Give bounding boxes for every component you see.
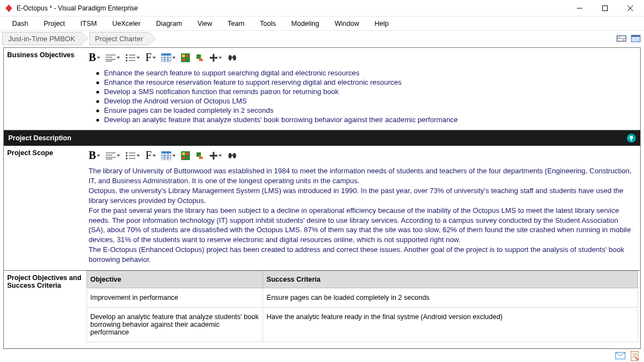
svg-point-44 [126, 155, 128, 156]
section-objectives-criteria: Project Objectives and Success Criteria … [4, 271, 640, 342]
table-row[interactable]: Improvement in performance Ensure pages … [87, 288, 638, 308]
menu-window[interactable]: Window [327, 18, 367, 30]
menu-team[interactable]: Team [220, 18, 253, 30]
add-button[interactable] [210, 54, 222, 62]
table-button[interactable] [161, 53, 176, 62]
objectives-table[interactable]: Objective Success Criteria Improvement i… [86, 271, 638, 342]
menu-dash[interactable]: Dash [4, 18, 36, 30]
list-item[interactable]: Ensure pages can be loaded completely in… [104, 106, 636, 115]
label-business-objectives: Business Objectives [4, 48, 86, 130]
find-button[interactable] [227, 151, 237, 160]
breadcrumb-item-charter[interactable]: Project Charter [89, 32, 149, 45]
rich-text-toolbar: B F [89, 148, 636, 166]
maximize-button[interactable] [592, 0, 618, 17]
svg-rect-30 [182, 58, 185, 61]
app-icon [4, 4, 13, 13]
menu-view[interactable]: View [190, 18, 220, 30]
svg-rect-29 [186, 54, 189, 57]
breadcrumb-item-pmbok[interactable]: Just-in-Time PMBOK [2, 32, 81, 45]
menu-modeling[interactable]: Modeling [283, 18, 327, 30]
svg-rect-22 [161, 53, 171, 56]
svg-rect-57 [182, 156, 185, 159]
bold-button[interactable]: B [89, 149, 100, 162]
statusbar [0, 349, 644, 362]
breadcrumb-bar: Just-in-Time PMBOK Project Charter [0, 31, 644, 46]
close-button[interactable] [618, 0, 643, 17]
menu-project[interactable]: Project [36, 18, 73, 30]
minimize-button[interactable] [567, 0, 592, 17]
svg-point-6 [619, 37, 620, 38]
cell-objective[interactable]: Improvement in performance [87, 288, 263, 308]
section-header-project-description: Project Description [4, 130, 640, 146]
svg-rect-35 [230, 57, 234, 58]
header-label: Project Description [8, 134, 72, 142]
content-panel[interactable]: Business Objectives B F Enhance the sear… [3, 47, 641, 349]
list-item[interactable]: Develop a SMS notification function that… [104, 87, 636, 96]
list-button[interactable] [125, 54, 140, 62]
svg-point-15 [126, 54, 128, 56]
col-criteria: Success Criteria [263, 271, 638, 288]
menubar: Dash Project ITSM UeXceler Diagram View … [0, 17, 644, 31]
section-project-scope: Project Scope B F The library of Univers… [4, 146, 640, 271]
list-item[interactable]: Develop an analytic feature that analyze… [104, 115, 636, 124]
business-objectives-list[interactable]: Enhance the search feature to support se… [89, 68, 636, 124]
paragraph[interactable]: For the past several years the library h… [89, 206, 636, 244]
svg-rect-49 [161, 151, 171, 153]
paragraph[interactable]: Octopus, the university's Library Manage… [89, 186, 636, 205]
cell-criteria[interactable]: Ensure pages can be loaded completely in… [263, 288, 638, 308]
table-row[interactable]: Develop an analytic feature that analyze… [87, 308, 638, 342]
project-scope-text[interactable]: The library of University of Buttonwood … [89, 166, 636, 264]
col-objective: Objective [87, 271, 263, 288]
svg-marker-10 [639, 35, 641, 36]
svg-point-7 [623, 40, 624, 41]
svg-rect-9 [631, 35, 640, 37]
cell-objective[interactable]: Develop an analytic feature that analyze… [87, 308, 263, 342]
table-button[interactable] [161, 151, 176, 160]
svg-rect-62 [230, 155, 234, 156]
list-button[interactable] [125, 152, 140, 160]
table-header-row: Objective Success Criteria [87, 271, 638, 288]
insert-image-button[interactable] [195, 53, 204, 62]
paragraph[interactable]: The E-Octopus (Enhanced Octopus) project… [89, 245, 636, 264]
window-controls [567, 0, 643, 17]
insert-image-button[interactable] [195, 151, 204, 160]
svg-point-19 [126, 59, 128, 61]
svg-point-46 [126, 157, 128, 159]
svg-rect-1 [603, 6, 608, 10]
find-button[interactable] [227, 53, 237, 62]
svg-rect-55 [182, 152, 185, 155]
menu-uexceler[interactable]: UeXceler [105, 18, 148, 30]
mail-icon[interactable] [615, 351, 625, 361]
menu-help[interactable]: Help [367, 18, 396, 30]
svg-rect-28 [182, 54, 185, 57]
rich-text-toolbar: B F [89, 50, 636, 68]
align-button[interactable] [106, 152, 120, 160]
label-objectives-criteria: Project Objectives and Success Criteria [4, 271, 86, 342]
menu-tools[interactable]: Tools [252, 18, 283, 30]
font-button[interactable]: F [145, 51, 156, 64]
paragraph[interactable]: The library of University of Buttonwood … [89, 166, 636, 185]
insert-model-button[interactable] [181, 151, 190, 160]
switch-view-icon[interactable] [615, 32, 627, 45]
insert-model-button[interactable] [181, 53, 190, 62]
switch-pane-icon[interactable] [630, 32, 642, 45]
document-icon[interactable] [630, 351, 640, 361]
bold-button[interactable]: B [89, 51, 100, 64]
list-item[interactable]: Enhance the resource reservation feature… [104, 78, 636, 87]
pin-icon[interactable] [627, 134, 636, 142]
label-project-scope: Project Scope [4, 146, 86, 270]
svg-point-17 [126, 57, 128, 58]
svg-rect-56 [186, 152, 189, 155]
align-button[interactable] [106, 54, 120, 62]
font-button[interactable]: F [145, 149, 156, 162]
window-title: E-Octopus * - Visual Paradigm Enterprise [17, 4, 567, 12]
cell-criteria[interactable]: Have the analytic feature ready in the f… [263, 308, 638, 342]
menu-diagram[interactable]: Diagram [148, 18, 189, 30]
add-button[interactable] [210, 152, 222, 160]
list-item[interactable]: Enhance the search feature to support se… [104, 68, 636, 78]
menu-itsm[interactable]: ITSM [73, 18, 105, 30]
titlebar: E-Octopus * - Visual Paradigm Enterprise [0, 0, 644, 17]
list-item[interactable]: Develop the Android version of Octopus L… [104, 96, 636, 106]
section-business-objectives: Business Objectives B F Enhance the sear… [4, 48, 640, 130]
svg-point-42 [126, 152, 128, 153]
